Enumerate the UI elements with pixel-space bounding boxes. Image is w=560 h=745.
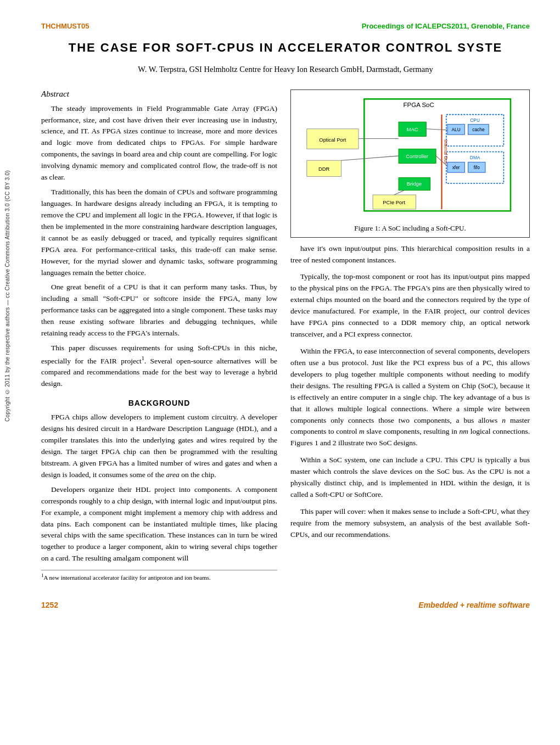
right-para-4: Within a SoC system, one can include a C… xyxy=(290,455,530,501)
paper-title: THE CASE FOR SOFT-CPUS IN ACCELERATOR CO… xyxy=(41,40,530,56)
main-content: Abstract The steady improvements in Fiel… xyxy=(41,89,530,581)
right-para-3: Within the FPGA, to ease interconnection… xyxy=(290,346,530,449)
pcie-port-label: PCIe Port xyxy=(383,199,405,205)
dma-label: DMA xyxy=(470,155,480,160)
proceedings-title: Proceedings of ICALEPCS2011, Grenoble, F… xyxy=(362,22,530,30)
cpu-label: CPU xyxy=(470,117,480,123)
soc-svg: FPGA SoC Optical Port DDR PCIe Port MAC xyxy=(295,94,525,221)
figure-caption: Figure 1: A SoC including a Soft-CPU. xyxy=(295,224,525,233)
fpga-soc-label: FPGA SoC xyxy=(404,102,434,108)
mac-label: MAC xyxy=(407,126,418,132)
page-header: THCHMUST05 Proceedings of ICALEPCS2011, … xyxy=(41,22,530,30)
cache-label: cache xyxy=(472,127,485,132)
svg-line-15 xyxy=(341,155,399,160)
alu-label: ALU xyxy=(452,127,461,132)
right-para-2: Typically, the top-most component or roo… xyxy=(290,271,530,340)
conference-id: THCHMUST05 xyxy=(41,22,89,30)
abstract-para-1: The steady improvements in Field Program… xyxy=(41,103,277,183)
svg-line-16 xyxy=(394,190,405,194)
ddr-label: DDR xyxy=(318,166,330,172)
controller-label: Controller xyxy=(406,153,428,159)
footnote-text: A new international accelerator facility… xyxy=(44,574,211,581)
svg-rect-0 xyxy=(364,99,511,211)
background-heading: BACKGROUND xyxy=(41,399,277,407)
background-para-2: Developers organize their HDL project in… xyxy=(41,484,277,564)
figure-1: FPGA SoC Optical Port DDR PCIe Port MAC xyxy=(290,89,530,238)
soc-diagram: FPGA SoC Optical Port DDR PCIe Port MAC xyxy=(295,94,525,221)
abstract-para-4: This paper discusses requirements for us… xyxy=(41,343,277,390)
page-footer: 1252 Embedded + realtime software xyxy=(41,597,530,609)
abstract-heading: Abstract xyxy=(41,89,277,99)
footer-category: Embedded + realtime software xyxy=(418,601,530,609)
bridge-label: Bridge xyxy=(407,181,422,187)
abstract-body: The steady improvements in Field Program… xyxy=(41,103,277,390)
abstract-para-3: One great benefit of a CPU is that it ca… xyxy=(41,282,277,339)
optical-port-label: Optical Port xyxy=(319,136,346,142)
copyright-sidebar: Copyright © 2011 by the respective autho… xyxy=(4,170,10,422)
background-body: FPGA chips allow developers to implement… xyxy=(41,412,277,564)
right-para-5: This paper will cover: when it makes sen… xyxy=(290,506,530,541)
svg-line-17 xyxy=(426,128,447,130)
right-para-1: have it's own input/output pins. This hi… xyxy=(290,243,530,266)
left-column: Abstract The steady improvements in Fiel… xyxy=(41,89,277,581)
author-line: W. W. Terpstra, GSI Helmholtz Centre for… xyxy=(41,65,530,74)
fifo-label: fifo xyxy=(474,165,480,170)
page-number: 1252 xyxy=(41,601,58,609)
right-col-text: have it's own input/output pins. This hi… xyxy=(290,243,530,541)
internal-bus-label: Internal Bus xyxy=(443,139,449,164)
background-para-1: FPGA chips allow developers to implement… xyxy=(41,412,277,481)
abstract-para-2: Traditionally, this has been the domain … xyxy=(41,187,277,278)
xfer-label: xfer xyxy=(452,165,460,170)
right-column: FPGA SoC Optical Port DDR PCIe Port MAC xyxy=(290,89,530,581)
footnote: 1A new international accelerator facilit… xyxy=(41,570,277,581)
